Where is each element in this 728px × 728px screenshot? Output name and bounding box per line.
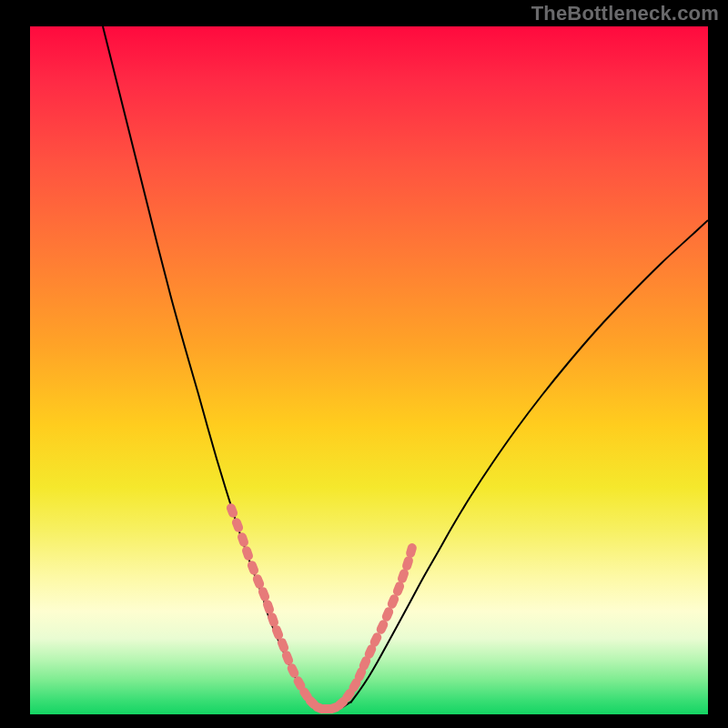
highlight-marker (231, 517, 245, 533)
highlight-marker (241, 545, 255, 561)
chart-container: TheBottleneck.com (0, 0, 728, 728)
highlight-markers (226, 502, 418, 714)
highlight-marker (246, 560, 259, 577)
highlight-marker (405, 542, 418, 559)
highlight-marker (226, 502, 239, 519)
bottleneck-curve (103, 26, 708, 710)
chart-overlay (30, 26, 708, 714)
highlight-marker (237, 531, 250, 548)
watermark-text: TheBottleneck.com (531, 2, 719, 25)
